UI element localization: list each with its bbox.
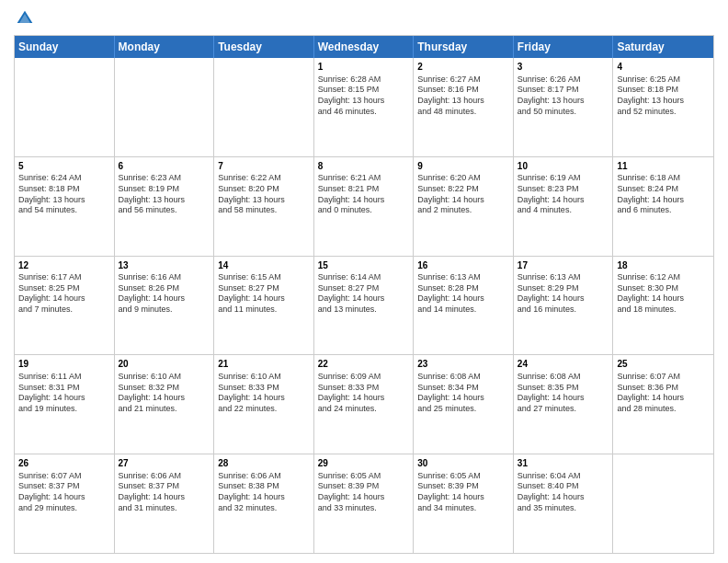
- cell-daylight-info: Sunrise: 6:22 AM Sunset: 8:20 PM Dayligh…: [218, 173, 310, 216]
- day-cell-29: 29Sunrise: 6:05 AM Sunset: 8:39 PM Dayli…: [314, 454, 415, 553]
- cell-daylight-info: Sunrise: 6:10 AM Sunset: 8:32 PM Dayligh…: [119, 372, 210, 415]
- calendar-header: SundayMondayTuesdayWednesdayThursdayFrid…: [15, 36, 713, 58]
- day-cell-7: 7Sunrise: 6:22 AM Sunset: 8:20 PM Daylig…: [214, 157, 314, 256]
- day-cell-16: 16Sunrise: 6:13 AM Sunset: 8:28 PM Dayli…: [414, 257, 514, 355]
- cell-daylight-info: Sunrise: 6:26 AM Sunset: 8:17 PM Dayligh…: [518, 75, 609, 118]
- day-cell-5: 5Sunrise: 6:24 AM Sunset: 8:18 PM Daylig…: [15, 157, 115, 256]
- cell-daylight-info: Sunrise: 6:05 AM Sunset: 8:39 PM Dayligh…: [417, 471, 509, 514]
- cell-date-number: 21: [218, 358, 310, 371]
- cell-daylight-info: Sunrise: 6:05 AM Sunset: 8:39 PM Dayligh…: [318, 471, 410, 514]
- cell-daylight-info: Sunrise: 6:24 AM Sunset: 8:18 PM Dayligh…: [18, 173, 110, 216]
- day-cell-15: 15Sunrise: 6:14 AM Sunset: 8:27 PM Dayli…: [314, 257, 415, 355]
- cell-date-number: 13: [119, 259, 210, 272]
- cell-date-number: 25: [617, 358, 710, 371]
- cell-date-number: 29: [318, 457, 410, 470]
- logo: [14, 9, 36, 28]
- day-cell-20: 20Sunrise: 6:10 AM Sunset: 8:32 PM Dayli…: [115, 355, 215, 454]
- cell-date-number: 14: [218, 259, 310, 272]
- cell-date-number: 20: [119, 358, 210, 371]
- cell-daylight-info: Sunrise: 6:13 AM Sunset: 8:29 PM Dayligh…: [518, 272, 609, 316]
- cell-date-number: 12: [18, 259, 110, 272]
- cell-date-number: 26: [18, 457, 110, 470]
- cell-daylight-info: Sunrise: 6:28 AM Sunset: 8:15 PM Dayligh…: [318, 75, 410, 118]
- weekday-saturday: Saturday: [613, 36, 713, 58]
- calendar: SundayMondayTuesdayWednesdayThursdayFrid…: [14, 35, 714, 554]
- cell-date-number: 28: [218, 457, 310, 470]
- day-cell-31: 31Sunrise: 6:04 AM Sunset: 8:40 PM Dayli…: [514, 454, 614, 553]
- cell-daylight-info: Sunrise: 6:11 AM Sunset: 8:31 PM Dayligh…: [18, 372, 110, 415]
- cell-date-number: 15: [318, 259, 410, 272]
- cell-date-number: 1: [318, 61, 410, 74]
- day-cell-3: 3Sunrise: 6:26 AM Sunset: 8:17 PM Daylig…: [514, 58, 614, 156]
- calendar-row-2: 12Sunrise: 6:17 AM Sunset: 8:25 PM Dayli…: [15, 257, 713, 356]
- cell-date-number: 8: [318, 160, 410, 173]
- day-cell-30: 30Sunrise: 6:05 AM Sunset: 8:39 PM Dayli…: [414, 454, 514, 553]
- cell-daylight-info: Sunrise: 6:25 AM Sunset: 8:18 PM Dayligh…: [617, 75, 710, 118]
- cell-date-number: 10: [518, 160, 609, 173]
- calendar-row-3: 19Sunrise: 6:11 AM Sunset: 8:31 PM Dayli…: [15, 355, 713, 454]
- cell-daylight-info: Sunrise: 6:18 AM Sunset: 8:24 PM Dayligh…: [617, 173, 710, 216]
- cell-daylight-info: Sunrise: 6:14 AM Sunset: 8:27 PM Dayligh…: [318, 272, 410, 316]
- day-cell-26: 26Sunrise: 6:07 AM Sunset: 8:37 PM Dayli…: [15, 454, 115, 553]
- day-cell-11: 11Sunrise: 6:18 AM Sunset: 8:24 PM Dayli…: [613, 157, 713, 256]
- day-cell-2: 2Sunrise: 6:27 AM Sunset: 8:16 PM Daylig…: [414, 58, 514, 156]
- cell-date-number: 18: [617, 259, 710, 272]
- cell-daylight-info: Sunrise: 6:21 AM Sunset: 8:21 PM Dayligh…: [318, 173, 410, 216]
- cell-daylight-info: Sunrise: 6:19 AM Sunset: 8:23 PM Dayligh…: [518, 173, 609, 216]
- cell-date-number: 7: [218, 160, 310, 173]
- page-header: [14, 9, 714, 28]
- cell-date-number: 3: [518, 61, 609, 74]
- day-cell-18: 18Sunrise: 6:12 AM Sunset: 8:30 PM Dayli…: [613, 257, 713, 355]
- cell-daylight-info: Sunrise: 6:08 AM Sunset: 8:34 PM Dayligh…: [417, 372, 509, 415]
- cell-daylight-info: Sunrise: 6:07 AM Sunset: 8:37 PM Dayligh…: [18, 471, 110, 514]
- day-cell-28: 28Sunrise: 6:06 AM Sunset: 8:38 PM Dayli…: [214, 454, 314, 553]
- weekday-monday: Monday: [115, 36, 215, 58]
- day-cell-27: 27Sunrise: 6:06 AM Sunset: 8:37 PM Dayli…: [115, 454, 215, 553]
- day-cell-13: 13Sunrise: 6:16 AM Sunset: 8:26 PM Dayli…: [115, 257, 215, 355]
- empty-cell-4-6: [613, 454, 713, 553]
- day-cell-8: 8Sunrise: 6:21 AM Sunset: 8:21 PM Daylig…: [314, 157, 415, 256]
- empty-cell-0-0: [15, 58, 115, 156]
- day-cell-6: 6Sunrise: 6:23 AM Sunset: 8:19 PM Daylig…: [115, 157, 215, 256]
- day-cell-21: 21Sunrise: 6:10 AM Sunset: 8:33 PM Dayli…: [214, 355, 314, 454]
- cell-daylight-info: Sunrise: 6:07 AM Sunset: 8:36 PM Dayligh…: [617, 372, 710, 415]
- day-cell-12: 12Sunrise: 6:17 AM Sunset: 8:25 PM Dayli…: [15, 257, 115, 355]
- cell-daylight-info: Sunrise: 6:17 AM Sunset: 8:25 PM Dayligh…: [18, 272, 110, 316]
- calendar-body: 1Sunrise: 6:28 AM Sunset: 8:15 PM Daylig…: [15, 58, 713, 553]
- day-cell-24: 24Sunrise: 6:08 AM Sunset: 8:35 PM Dayli…: [514, 355, 614, 454]
- cell-date-number: 30: [417, 457, 509, 470]
- cell-date-number: 27: [119, 457, 210, 470]
- cell-date-number: 31: [518, 457, 609, 470]
- weekday-wednesday: Wednesday: [314, 36, 415, 58]
- cell-daylight-info: Sunrise: 6:10 AM Sunset: 8:33 PM Dayligh…: [218, 372, 310, 415]
- cell-daylight-info: Sunrise: 6:06 AM Sunset: 8:37 PM Dayligh…: [119, 471, 210, 514]
- day-cell-22: 22Sunrise: 6:09 AM Sunset: 8:33 PM Dayli…: [314, 355, 415, 454]
- calendar-row-0: 1Sunrise: 6:28 AM Sunset: 8:15 PM Daylig…: [15, 58, 713, 157]
- day-cell-10: 10Sunrise: 6:19 AM Sunset: 8:23 PM Dayli…: [514, 157, 614, 256]
- weekday-sunday: Sunday: [15, 36, 115, 58]
- calendar-row-1: 5Sunrise: 6:24 AM Sunset: 8:18 PM Daylig…: [15, 157, 713, 257]
- cell-date-number: 16: [417, 259, 509, 272]
- cell-daylight-info: Sunrise: 6:04 AM Sunset: 8:40 PM Dayligh…: [518, 471, 609, 514]
- day-cell-19: 19Sunrise: 6:11 AM Sunset: 8:31 PM Dayli…: [15, 355, 115, 454]
- cell-daylight-info: Sunrise: 6:15 AM Sunset: 8:27 PM Dayligh…: [218, 272, 310, 316]
- calendar-row-4: 26Sunrise: 6:07 AM Sunset: 8:37 PM Dayli…: [15, 454, 713, 553]
- cell-daylight-info: Sunrise: 6:20 AM Sunset: 8:22 PM Dayligh…: [417, 173, 509, 216]
- day-cell-1: 1Sunrise: 6:28 AM Sunset: 8:15 PM Daylig…: [314, 58, 415, 156]
- cell-daylight-info: Sunrise: 6:08 AM Sunset: 8:35 PM Dayligh…: [518, 372, 609, 415]
- weekday-tuesday: Tuesday: [214, 36, 314, 58]
- cell-daylight-info: Sunrise: 6:27 AM Sunset: 8:16 PM Dayligh…: [417, 75, 509, 118]
- empty-cell-0-1: [115, 58, 215, 156]
- cell-daylight-info: Sunrise: 6:16 AM Sunset: 8:26 PM Dayligh…: [119, 272, 210, 316]
- day-cell-4: 4Sunrise: 6:25 AM Sunset: 8:18 PM Daylig…: [613, 58, 713, 156]
- cell-daylight-info: Sunrise: 6:23 AM Sunset: 8:19 PM Dayligh…: [119, 173, 210, 216]
- day-cell-9: 9Sunrise: 6:20 AM Sunset: 8:22 PM Daylig…: [414, 157, 514, 256]
- cell-date-number: 6: [119, 160, 210, 173]
- empty-cell-0-2: [214, 58, 314, 156]
- cell-daylight-info: Sunrise: 6:12 AM Sunset: 8:30 PM Dayligh…: [617, 272, 710, 316]
- cell-date-number: 24: [518, 358, 609, 371]
- logo-icon: [16, 9, 34, 28]
- day-cell-17: 17Sunrise: 6:13 AM Sunset: 8:29 PM Dayli…: [514, 257, 614, 355]
- cell-date-number: 9: [417, 160, 509, 173]
- calendar-page: SundayMondayTuesdayWednesdayThursdayFrid…: [0, 0, 728, 563]
